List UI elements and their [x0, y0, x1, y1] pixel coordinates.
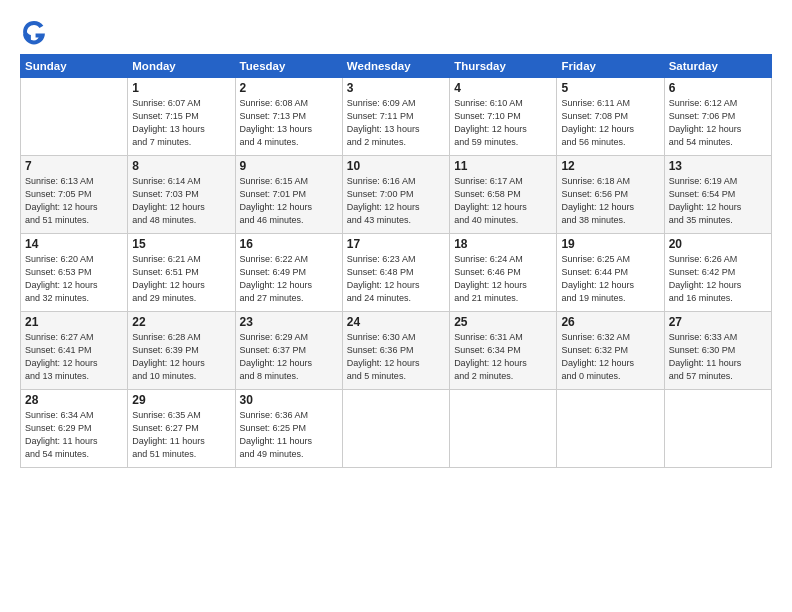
calendar-cell: 13Sunrise: 6:19 AM Sunset: 6:54 PM Dayli…: [664, 156, 771, 234]
day-detail: Sunrise: 6:25 AM Sunset: 6:44 PM Dayligh…: [561, 253, 659, 305]
day-detail: Sunrise: 6:29 AM Sunset: 6:37 PM Dayligh…: [240, 331, 338, 383]
day-number: 17: [347, 237, 445, 251]
day-detail: Sunrise: 6:17 AM Sunset: 6:58 PM Dayligh…: [454, 175, 552, 227]
day-detail: Sunrise: 6:10 AM Sunset: 7:10 PM Dayligh…: [454, 97, 552, 149]
day-detail: Sunrise: 6:32 AM Sunset: 6:32 PM Dayligh…: [561, 331, 659, 383]
calendar-cell: 21Sunrise: 6:27 AM Sunset: 6:41 PM Dayli…: [21, 312, 128, 390]
calendar-cell: 8Sunrise: 6:14 AM Sunset: 7:03 PM Daylig…: [128, 156, 235, 234]
col-header-thursday: Thursday: [450, 55, 557, 78]
calendar-cell: 4Sunrise: 6:10 AM Sunset: 7:10 PM Daylig…: [450, 78, 557, 156]
day-detail: Sunrise: 6:27 AM Sunset: 6:41 PM Dayligh…: [25, 331, 123, 383]
page: SundayMondayTuesdayWednesdayThursdayFrid…: [0, 0, 792, 612]
day-detail: Sunrise: 6:12 AM Sunset: 7:06 PM Dayligh…: [669, 97, 767, 149]
day-detail: Sunrise: 6:31 AM Sunset: 6:34 PM Dayligh…: [454, 331, 552, 383]
calendar-cell: 30Sunrise: 6:36 AM Sunset: 6:25 PM Dayli…: [235, 390, 342, 468]
day-number: 18: [454, 237, 552, 251]
calendar-cell: 11Sunrise: 6:17 AM Sunset: 6:58 PM Dayli…: [450, 156, 557, 234]
calendar-cell: 5Sunrise: 6:11 AM Sunset: 7:08 PM Daylig…: [557, 78, 664, 156]
day-number: 20: [669, 237, 767, 251]
day-number: 8: [132, 159, 230, 173]
day-number: 26: [561, 315, 659, 329]
day-number: 4: [454, 81, 552, 95]
day-number: 1: [132, 81, 230, 95]
day-number: 9: [240, 159, 338, 173]
calendar-cell: 16Sunrise: 6:22 AM Sunset: 6:49 PM Dayli…: [235, 234, 342, 312]
col-header-saturday: Saturday: [664, 55, 771, 78]
day-number: 13: [669, 159, 767, 173]
day-number: 22: [132, 315, 230, 329]
calendar-cell: 22Sunrise: 6:28 AM Sunset: 6:39 PM Dayli…: [128, 312, 235, 390]
day-detail: Sunrise: 6:11 AM Sunset: 7:08 PM Dayligh…: [561, 97, 659, 149]
day-number: 10: [347, 159, 445, 173]
col-header-tuesday: Tuesday: [235, 55, 342, 78]
day-number: 14: [25, 237, 123, 251]
day-detail: Sunrise: 6:34 AM Sunset: 6:29 PM Dayligh…: [25, 409, 123, 461]
day-number: 12: [561, 159, 659, 173]
calendar-cell: 10Sunrise: 6:16 AM Sunset: 7:00 PM Dayli…: [342, 156, 449, 234]
day-detail: Sunrise: 6:22 AM Sunset: 6:49 PM Dayligh…: [240, 253, 338, 305]
day-detail: Sunrise: 6:28 AM Sunset: 6:39 PM Dayligh…: [132, 331, 230, 383]
day-detail: Sunrise: 6:15 AM Sunset: 7:01 PM Dayligh…: [240, 175, 338, 227]
calendar-cell: 12Sunrise: 6:18 AM Sunset: 6:56 PM Dayli…: [557, 156, 664, 234]
week-row-1: 1Sunrise: 6:07 AM Sunset: 7:15 PM Daylig…: [21, 78, 772, 156]
day-detail: Sunrise: 6:13 AM Sunset: 7:05 PM Dayligh…: [25, 175, 123, 227]
calendar-table: SundayMondayTuesdayWednesdayThursdayFrid…: [20, 54, 772, 468]
day-detail: Sunrise: 6:16 AM Sunset: 7:00 PM Dayligh…: [347, 175, 445, 227]
day-number: 29: [132, 393, 230, 407]
calendar-cell: 9Sunrise: 6:15 AM Sunset: 7:01 PM Daylig…: [235, 156, 342, 234]
day-number: 28: [25, 393, 123, 407]
calendar-cell: 20Sunrise: 6:26 AM Sunset: 6:42 PM Dayli…: [664, 234, 771, 312]
day-detail: Sunrise: 6:07 AM Sunset: 7:15 PM Dayligh…: [132, 97, 230, 149]
header-row: SundayMondayTuesdayWednesdayThursdayFrid…: [21, 55, 772, 78]
calendar-cell: 1Sunrise: 6:07 AM Sunset: 7:15 PM Daylig…: [128, 78, 235, 156]
day-number: 21: [25, 315, 123, 329]
calendar-cell: [21, 78, 128, 156]
calendar-cell: 24Sunrise: 6:30 AM Sunset: 6:36 PM Dayli…: [342, 312, 449, 390]
calendar-cell: 15Sunrise: 6:21 AM Sunset: 6:51 PM Dayli…: [128, 234, 235, 312]
day-number: 7: [25, 159, 123, 173]
calendar-cell: 17Sunrise: 6:23 AM Sunset: 6:48 PM Dayli…: [342, 234, 449, 312]
day-number: 3: [347, 81, 445, 95]
day-number: 15: [132, 237, 230, 251]
calendar-cell: 18Sunrise: 6:24 AM Sunset: 6:46 PM Dayli…: [450, 234, 557, 312]
day-number: 2: [240, 81, 338, 95]
calendar-cell: 6Sunrise: 6:12 AM Sunset: 7:06 PM Daylig…: [664, 78, 771, 156]
day-detail: Sunrise: 6:18 AM Sunset: 6:56 PM Dayligh…: [561, 175, 659, 227]
calendar-cell: 19Sunrise: 6:25 AM Sunset: 6:44 PM Dayli…: [557, 234, 664, 312]
day-number: 23: [240, 315, 338, 329]
day-number: 30: [240, 393, 338, 407]
calendar-cell: 25Sunrise: 6:31 AM Sunset: 6:34 PM Dayli…: [450, 312, 557, 390]
day-number: 16: [240, 237, 338, 251]
week-row-5: 28Sunrise: 6:34 AM Sunset: 6:29 PM Dayli…: [21, 390, 772, 468]
calendar-cell: 14Sunrise: 6:20 AM Sunset: 6:53 PM Dayli…: [21, 234, 128, 312]
header: [20, 18, 772, 46]
day-detail: Sunrise: 6:09 AM Sunset: 7:11 PM Dayligh…: [347, 97, 445, 149]
col-header-wednesday: Wednesday: [342, 55, 449, 78]
day-detail: Sunrise: 6:30 AM Sunset: 6:36 PM Dayligh…: [347, 331, 445, 383]
day-detail: Sunrise: 6:14 AM Sunset: 7:03 PM Dayligh…: [132, 175, 230, 227]
day-detail: Sunrise: 6:33 AM Sunset: 6:30 PM Dayligh…: [669, 331, 767, 383]
day-detail: Sunrise: 6:24 AM Sunset: 6:46 PM Dayligh…: [454, 253, 552, 305]
col-header-monday: Monday: [128, 55, 235, 78]
logo-icon: [20, 18, 48, 46]
day-detail: Sunrise: 6:23 AM Sunset: 6:48 PM Dayligh…: [347, 253, 445, 305]
calendar-cell: 26Sunrise: 6:32 AM Sunset: 6:32 PM Dayli…: [557, 312, 664, 390]
day-number: 24: [347, 315, 445, 329]
week-row-2: 7Sunrise: 6:13 AM Sunset: 7:05 PM Daylig…: [21, 156, 772, 234]
calendar-cell: [664, 390, 771, 468]
day-detail: Sunrise: 6:35 AM Sunset: 6:27 PM Dayligh…: [132, 409, 230, 461]
calendar-cell: [557, 390, 664, 468]
day-number: 19: [561, 237, 659, 251]
calendar-cell: 3Sunrise: 6:09 AM Sunset: 7:11 PM Daylig…: [342, 78, 449, 156]
calendar-cell: 28Sunrise: 6:34 AM Sunset: 6:29 PM Dayli…: [21, 390, 128, 468]
day-detail: Sunrise: 6:26 AM Sunset: 6:42 PM Dayligh…: [669, 253, 767, 305]
calendar-cell: 2Sunrise: 6:08 AM Sunset: 7:13 PM Daylig…: [235, 78, 342, 156]
week-row-4: 21Sunrise: 6:27 AM Sunset: 6:41 PM Dayli…: [21, 312, 772, 390]
day-number: 5: [561, 81, 659, 95]
day-number: 11: [454, 159, 552, 173]
day-detail: Sunrise: 6:20 AM Sunset: 6:53 PM Dayligh…: [25, 253, 123, 305]
calendar-cell: 29Sunrise: 6:35 AM Sunset: 6:27 PM Dayli…: [128, 390, 235, 468]
day-detail: Sunrise: 6:19 AM Sunset: 6:54 PM Dayligh…: [669, 175, 767, 227]
day-number: 6: [669, 81, 767, 95]
day-detail: Sunrise: 6:08 AM Sunset: 7:13 PM Dayligh…: [240, 97, 338, 149]
